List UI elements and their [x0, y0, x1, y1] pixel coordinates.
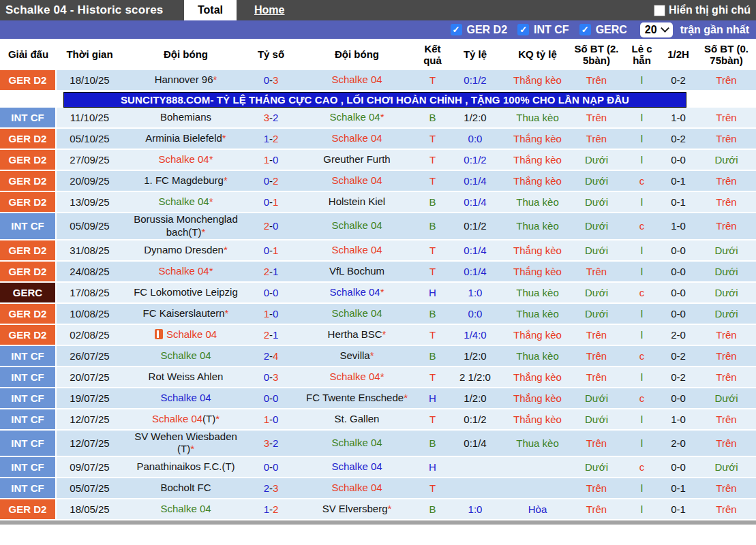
odd-even: l — [624, 503, 660, 515]
away-team-name: Sevilla — [339, 349, 369, 361]
handicap-odds: 1/2:0 — [444, 112, 506, 123]
home-team-name: SV Wehen Wiesbaden (T) — [134, 431, 237, 455]
away-team: Schalke 04* — [293, 286, 421, 299]
handicap-result: Thắng kèo — [506, 392, 569, 404]
table-row: GER D224/08/25Schalke 04*2-1VfL BochumT0… — [0, 262, 756, 283]
home-score: 0 — [264, 287, 269, 298]
handicap-result: Thua kèo — [506, 112, 569, 123]
result-letter: T — [421, 133, 444, 144]
show-notes-control: Hiển thị ghi chú — [654, 0, 756, 20]
table-row: GER D218/10/25Hannover 96*0-3Schalke 04T… — [0, 70, 756, 91]
handicap-odds: 1:0 — [444, 503, 506, 515]
over-under-075: Trên — [697, 175, 756, 187]
league-badge: INT CF — [0, 409, 57, 429]
odd-even: c — [624, 392, 660, 404]
result-letter: T — [421, 482, 444, 494]
half-time-score: 1-0 — [660, 220, 697, 232]
ad-banner[interactable]: SUNCITY888.COM- TỶ LỆ THẮNG CỰC CAO , LỐ… — [63, 92, 686, 108]
home-team-name: Schalke 04 — [158, 196, 209, 207]
home-team: Borussia Monchenglad bach(T)* — [123, 213, 249, 239]
league-badge: INT CF — [0, 346, 57, 366]
away-team-name: Schalke 04 — [331, 74, 382, 85]
league-badge: INT CF — [0, 431, 57, 456]
league-badge: GER D2 — [0, 304, 57, 324]
home-team-name: Schalke 04 — [158, 153, 209, 165]
away-team: SV Elversberg* — [293, 503, 421, 516]
away-team: Schalke 04 — [293, 307, 421, 320]
odd-even: l — [624, 371, 660, 383]
odd-even: l — [624, 482, 660, 494]
over-under-25: Trên — [569, 74, 624, 86]
match-date: 13/09/25 — [57, 196, 123, 208]
result-letter: B — [421, 220, 444, 232]
away-score: 0 — [273, 220, 278, 232]
away-team: Schalke 04 — [293, 461, 421, 473]
half-time-score: 2-0 — [660, 437, 697, 449]
away-team: Schalke 04 — [293, 437, 421, 450]
checkbox-int-cf[interactable]: ✓ — [517, 24, 529, 35]
league-badge: INT CF — [0, 457, 57, 477]
home-team-name: FC Lokomotive Leipzig — [134, 286, 238, 298]
handicap-result: Thua kèo — [506, 437, 569, 449]
result-letter: T — [421, 245, 444, 256]
result-letter: H — [421, 461, 444, 473]
away-score: 1 — [273, 266, 278, 277]
away-score: 2 — [273, 133, 278, 144]
score: 0-0 — [249, 461, 293, 473]
handicap-result: Thắng kèo — [506, 266, 569, 277]
away-team: Schalke 04 — [293, 132, 421, 145]
result-letter: T — [421, 414, 444, 425]
odd-even: l — [624, 112, 660, 123]
home-team-name: Dynamo Dresden — [144, 244, 224, 255]
over-under-25: Trên — [569, 371, 624, 383]
tab-total[interactable]: Total — [184, 0, 237, 20]
checkbox-gerc[interactable]: ✓ — [579, 24, 591, 35]
league-badge: INT CF — [0, 367, 57, 387]
over-under-25: Trên — [569, 329, 624, 341]
league-badge: GER D2 — [0, 150, 57, 170]
checkbox-ger-d2[interactable]: ✓ — [451, 24, 462, 35]
home-team-name: Rot Weiss Ahlen — [149, 371, 224, 382]
away-team: Greuther Furth — [293, 153, 421, 166]
show-notes-checkbox[interactable] — [654, 5, 665, 16]
filter-label-ger-d2: GER D2 — [467, 24, 508, 36]
home-score: 1 — [264, 503, 269, 515]
handicap-odds: 1/2:0 — [444, 350, 506, 362]
over-under-25: Dưới — [569, 287, 624, 298]
handicap-odds: 2 1/2:0 — [444, 371, 506, 383]
odd-even: l — [624, 329, 660, 341]
odd-even: l — [624, 154, 660, 166]
match-date: 24/08/25 — [57, 266, 123, 277]
away-score: 2 — [273, 437, 278, 449]
over-under-25: Trên — [569, 266, 624, 277]
star-marker: * — [380, 371, 384, 382]
over-under-075: Dưới — [697, 154, 756, 166]
odd-even: c — [624, 175, 660, 187]
score: 3-2 — [249, 112, 293, 123]
tab-home[interactable]: Home — [241, 0, 298, 20]
handicap-result: Thắng kèo — [506, 329, 569, 341]
home-team-name: Bocholt FC — [160, 482, 211, 493]
home-team-name: Schalke 04 — [160, 503, 211, 514]
table-row: INT CF19/07/25Schalke 040-0FC Twente Ens… — [0, 388, 756, 409]
column-header: KQ tỷ lệ — [506, 48, 569, 60]
odd-even: c — [624, 220, 660, 232]
half-time-score: 0-0 — [660, 392, 697, 404]
away-score: 1 — [273, 245, 278, 256]
home-score: 2 — [264, 350, 269, 362]
away-team: FC Twente Enschede* — [293, 392, 421, 405]
match-count-select[interactable]: 20 — [640, 22, 673, 37]
home-score: 2 — [264, 329, 269, 341]
league-badge: INT CF — [0, 213, 57, 239]
odd-even: l — [624, 133, 660, 144]
match-date: 20/07/25 — [57, 371, 123, 383]
column-header: Lẻ c hẵn — [624, 43, 660, 67]
home-team-name: Hannover 96 — [155, 74, 213, 85]
match-date: 05/07/25 — [57, 482, 123, 494]
ad-row: SUNCITY888.COM- TỶ LỆ THẮNG CỰC CAO , LỐ… — [0, 91, 756, 108]
away-team-name: Schalke 04 — [329, 371, 380, 382]
match-date: 02/08/25 — [57, 329, 123, 341]
star-marker: * — [404, 392, 408, 403]
match-date: 11/10/25 — [57, 112, 123, 123]
half-time-score: 0-1 — [660, 503, 697, 515]
